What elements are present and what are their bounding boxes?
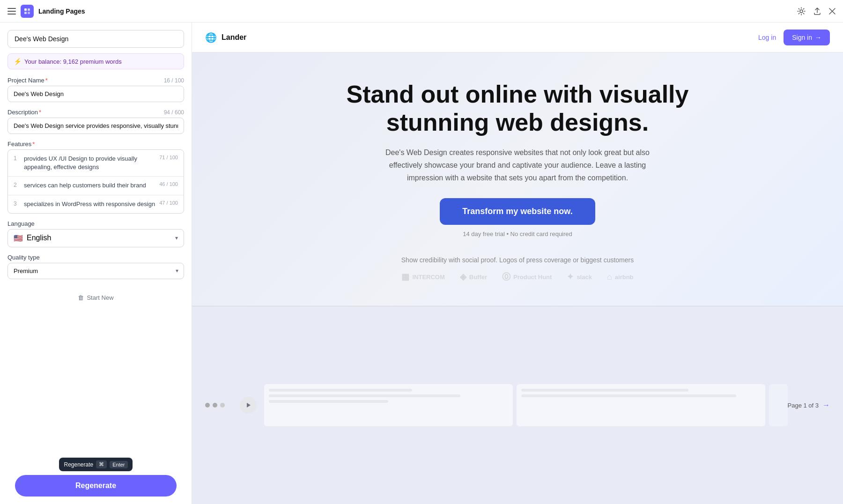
features-field: Features* 1 provides UX /UI Design to pr… <box>7 141 184 214</box>
hamburger-menu-button[interactable] <box>7 8 16 15</box>
play-button[interactable] <box>240 397 257 414</box>
close-button[interactable] <box>829 8 836 15</box>
page-indicator: Page 1 of 3 → <box>788 401 830 409</box>
svg-rect-4 <box>28 8 30 11</box>
feature-item-1[interactable]: 1 provides UX /UI Design to provide visu… <box>8 150 184 177</box>
feature-item-2[interactable]: 2 services can help customers build thei… <box>8 177 184 195</box>
regenerate-area: Regenerate ⌘ Enter Regenerate <box>7 452 184 497</box>
trash-icon: 🗑 <box>78 294 84 301</box>
language-select[interactable]: 🇺🇸 English ▾ <box>7 229 184 247</box>
producthunt-icon: ⓪ <box>502 271 510 282</box>
preview-dots <box>205 403 225 408</box>
preview-brand-name: Lander <box>222 33 246 42</box>
language-field: Language 🇺🇸 English ▾ <box>7 220 184 247</box>
svg-rect-2 <box>7 14 16 15</box>
svg-point-7 <box>800 10 803 13</box>
svg-rect-1 <box>7 11 16 12</box>
features-label: Features* <box>7 141 35 148</box>
regenerate-tooltip: Regenerate ⌘ Enter <box>59 458 132 471</box>
app-title: Landing Pages <box>38 7 85 15</box>
feature-item-3[interactable]: 3 specializes in WordPress with responsi… <box>8 195 184 213</box>
buffer-icon: ◈ <box>460 272 466 282</box>
features-list: 1 provides UX /UI Design to provide visu… <box>7 149 184 214</box>
settings-button[interactable] <box>797 7 806 15</box>
preview-navbar: 🌐 Lander Log in Sign in → <box>192 22 843 52</box>
language-value: English <box>27 234 51 242</box>
hero-subtitle: Dee's Web Design creates responsive webs… <box>382 146 653 185</box>
project-name-input[interactable] <box>7 86 184 102</box>
description-label: Description* <box>7 109 41 116</box>
quality-label: Quality type <box>7 254 40 261</box>
feature-text-1: provides UX /UI Design to provide visual… <box>24 155 155 171</box>
hero-title: Stand out online with visually stunning … <box>307 81 728 137</box>
hero-trial-text: 14 day free trial • No credit card requi… <box>229 230 806 237</box>
preview-brand: 🌐 Lander <box>205 32 246 43</box>
social-proof-text: Show credibility with social proof. Logo… <box>229 256 806 264</box>
project-name-display: Dee's Web Design <box>7 30 184 48</box>
logo-buffer: ◈ Buffer <box>460 272 487 282</box>
slack-icon: ✦ <box>567 272 574 282</box>
balance-text: Your balance: 9,162 premium words <box>24 58 122 65</box>
globe-icon: 🌐 <box>205 32 217 43</box>
hero-cta-button[interactable]: Transform my website now. <box>440 198 595 225</box>
app-icon <box>21 5 34 18</box>
project-name-label: Project Name* <box>7 77 48 84</box>
preview-bottom-cards <box>205 384 788 426</box>
logo-slack: ✦ slack <box>567 272 592 282</box>
language-label: Language <box>7 220 35 227</box>
logo-producthunt: ⓪ Product Hunt <box>502 271 552 282</box>
svg-rect-5 <box>24 12 27 14</box>
share-button[interactable] <box>813 7 821 15</box>
preview-hero: Stand out online with visually stunning … <box>192 52 843 306</box>
preview-bottom: Page 1 of 3 → <box>192 306 843 504</box>
preview-scroll-area: 🌐 Lander Log in Sign in → Stand out onli… <box>192 22 843 504</box>
language-chevron-icon: ▾ <box>175 235 178 241</box>
logos-row: ▦ INTERCOM ◈ Buffer ⓪ Product Hunt ✦ sla… <box>229 271 806 282</box>
intercom-icon: ▦ <box>401 272 409 282</box>
left-panel: Dee's Web Design ⚡ Your balance: 9,162 p… <box>0 22 192 504</box>
regenerate-button[interactable]: Regenerate <box>15 475 177 497</box>
preview-nav: Log in Sign in → <box>758 30 830 45</box>
logo-intercom: ▦ INTERCOM <box>401 272 444 282</box>
balance-icon: ⚡ <box>14 58 22 65</box>
airbnb-icon: ⌂ <box>607 272 612 282</box>
title-bar-actions <box>797 7 836 15</box>
description-input[interactable] <box>7 118 184 134</box>
kbd-cmd: ⌘ <box>96 460 107 468</box>
signup-button[interactable]: Sign in → <box>784 30 830 45</box>
svg-rect-6 <box>28 12 30 14</box>
description-field: Description* 94 / 600 <box>7 109 184 134</box>
feature-text-3: specializes in WordPress with responsive… <box>24 200 155 208</box>
feature-text-2: services can help customers build their … <box>24 181 155 190</box>
us-flag-icon: 🇺🇸 <box>14 234 23 243</box>
title-bar: Landing Pages <box>0 0 843 22</box>
project-name-counter: 16 / 100 <box>164 77 184 84</box>
project-name-field: Project Name* 16 / 100 <box>7 77 184 102</box>
balance-row: ⚡ Your balance: 9,162 premium words <box>7 53 184 69</box>
page-label: Page 1 of 3 <box>788 402 819 409</box>
quality-field: Quality type Premium Standard ▾ <box>7 254 184 279</box>
page-next-button[interactable]: → <box>822 401 830 409</box>
svg-rect-3 <box>24 8 27 11</box>
quality-select[interactable]: Premium Standard <box>7 263 184 279</box>
main-layout: Dee's Web Design ⚡ Your balance: 9,162 p… <box>0 22 843 504</box>
title-bar-left: Landing Pages <box>7 5 85 18</box>
svg-rect-0 <box>7 8 16 9</box>
logo-airbnb: ⌂ airbnb <box>607 272 634 282</box>
kbd-enter: Enter <box>110 461 127 468</box>
description-counter: 94 / 600 <box>164 109 184 116</box>
right-panel: 🌐 Lander Log in Sign in → Stand out onli… <box>192 22 843 504</box>
login-link[interactable]: Log in <box>758 34 776 41</box>
start-new-button[interactable]: 🗑 Start New <box>7 289 184 306</box>
